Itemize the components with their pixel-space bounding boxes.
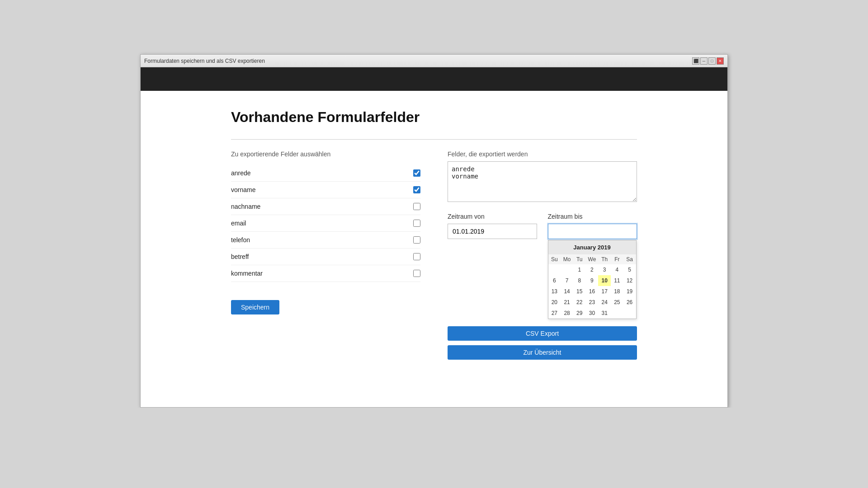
- window-title: Formulardaten speichern und als CSV expo…: [144, 58, 265, 64]
- field-row-anrede: anrede: [231, 165, 420, 182]
- checkbox-anrede[interactable]: [413, 169, 420, 177]
- field-row-kommentar: kommentar: [231, 265, 420, 282]
- calendar-day[interactable]: 1: [573, 264, 586, 275]
- calendar-day[interactable]: 7: [561, 275, 573, 286]
- checkbox-kommentar[interactable]: [413, 270, 420, 277]
- field-label-vorname: vorname: [231, 186, 255, 193]
- calendar-day[interactable]: 24: [598, 297, 611, 308]
- calendar-day[interactable]: 23: [586, 297, 599, 308]
- calendar-day[interactable]: 3: [598, 264, 611, 275]
- checkbox-nachname[interactable]: [413, 203, 420, 210]
- top-navigation-bar: [141, 67, 727, 91]
- left-panel: Zu exportierende Felder auswählen anrede…: [231, 150, 420, 314]
- calendar-day[interactable]: 30: [586, 308, 599, 319]
- calendar-week-row: 12345: [548, 264, 636, 275]
- export-label: Felder, die exportiert werden: [448, 150, 637, 158]
- window-maximize-btn[interactable]: □: [708, 57, 716, 65]
- export-wrapper: Felder, die exportiert werden anrede vor…: [448, 150, 637, 360]
- weekday-tu: Tu: [573, 254, 586, 264]
- field-row-email: email: [231, 215, 420, 232]
- window-minimize-btn[interactable]: ─: [700, 57, 708, 65]
- checkbox-telefon[interactable]: [413, 236, 420, 244]
- calendar-day[interactable]: 6: [548, 275, 561, 286]
- checkbox-vorname[interactable]: [413, 186, 420, 193]
- main-content: Vorhandene Formularfelder Zu exportieren…: [141, 91, 727, 407]
- calendar-day[interactable]: 9: [586, 275, 599, 286]
- window-close-btn[interactable]: ✕: [717, 57, 724, 65]
- weekday-fr: Fr: [611, 254, 623, 264]
- zeitraum-von-label: Zeitraum von: [448, 213, 537, 220]
- titlebar: Formulardaten speichern und als CSV expo…: [141, 55, 727, 67]
- calendar-day[interactable]: 13: [548, 286, 561, 297]
- export-textarea[interactable]: anrede vorname: [448, 161, 637, 202]
- calendar-empty-day: [561, 264, 573, 275]
- calendar-day[interactable]: 22: [573, 297, 586, 308]
- calendar-empty-day: [548, 264, 561, 275]
- checkbox-betreff[interactable]: [413, 253, 420, 260]
- calendar-day[interactable]: 14: [561, 286, 573, 297]
- calendar-day[interactable]: 11: [611, 275, 623, 286]
- zeitraum-von-group: Zeitraum von: [448, 213, 537, 239]
- calendar-day[interactable]: 12: [623, 275, 636, 286]
- calendar-day[interactable]: 25: [611, 297, 623, 308]
- field-row-nachname: nachname: [231, 198, 420, 215]
- calendar-day[interactable]: 20: [548, 297, 561, 308]
- weekday-sa: Sa: [623, 254, 636, 264]
- calendar-day[interactable]: 28: [561, 308, 573, 319]
- calendar-week-row: 6789101112: [548, 275, 636, 286]
- field-label-email: email: [231, 220, 246, 227]
- calendar-day[interactable]: 10: [598, 275, 611, 286]
- calendar-day[interactable]: 4: [611, 264, 623, 275]
- calendar-day[interactable]: 26: [623, 297, 636, 308]
- calendar-empty-day: [611, 308, 623, 319]
- calendar-day[interactable]: 27: [548, 308, 561, 319]
- window-icon-btn[interactable]: ⬛: [692, 57, 699, 65]
- weekday-su: Su: [548, 254, 561, 264]
- page-title: Vorhandene Formularfelder: [231, 109, 637, 126]
- calendar-day[interactable]: 19: [623, 286, 636, 297]
- zur-ubersicht-button[interactable]: Zur Übersicht: [448, 345, 637, 360]
- calendar-weekday-row: Su Mo Tu We Th Fr Sa: [548, 254, 636, 264]
- calendar-day[interactable]: 17: [598, 286, 611, 297]
- zeitraum-von-input[interactable]: [448, 224, 537, 239]
- calendar-empty-day: [623, 308, 636, 319]
- checkbox-email[interactable]: [413, 220, 420, 227]
- field-label-betreff: betreff: [231, 253, 249, 260]
- calendar-day[interactable]: 2: [586, 264, 599, 275]
- calendar-day[interactable]: 16: [586, 286, 599, 297]
- field-label-nachname: nachname: [231, 203, 260, 210]
- field-row-betreff: betreff: [231, 249, 420, 265]
- window-controls: ⬛ ─ □ ✕: [692, 57, 724, 65]
- calendar-popup: January 2019 Su Mo Tu We Th: [548, 240, 637, 319]
- field-label-telefon: telefon: [231, 236, 250, 244]
- action-buttons: CSV Export Zur Übersicht: [448, 326, 637, 360]
- weekday-th: Th: [598, 254, 611, 264]
- form-layout: Zu exportierende Felder auswählen anrede…: [231, 150, 637, 360]
- csv-export-button[interactable]: CSV Export: [448, 326, 637, 341]
- field-row-vorname: vorname: [231, 182, 420, 198]
- zeitraum-bis-input[interactable]: [548, 224, 637, 239]
- calendar-week-row: 13141516171819: [548, 286, 636, 297]
- date-range-row: Zeitraum von Zeitraum bis January 2019: [448, 213, 637, 319]
- field-label-anrede: anrede: [231, 169, 251, 177]
- calendar-day[interactable]: 31: [598, 308, 611, 319]
- fields-section-label: Zu exportierende Felder auswählen: [231, 150, 420, 158]
- calendar-day[interactable]: 29: [573, 308, 586, 319]
- app-window: Formulardaten speichern und als CSV expo…: [140, 54, 728, 408]
- calendar-day[interactable]: 18: [611, 286, 623, 297]
- weekday-mo: Mo: [561, 254, 573, 264]
- save-button[interactable]: Speichern: [231, 300, 279, 314]
- field-row-telefon: telefon: [231, 232, 420, 249]
- calendar-day[interactable]: 15: [573, 286, 586, 297]
- calendar-day[interactable]: 21: [561, 297, 573, 308]
- right-panel: Felder, die exportiert werden anrede vor…: [448, 150, 637, 360]
- calendar-week-row: 2728293031: [548, 308, 636, 319]
- divider: [231, 139, 637, 140]
- calendar-day[interactable]: 8: [573, 275, 586, 286]
- zeitraum-bis-group: Zeitraum bis January 2019 Su Mo: [548, 213, 637, 319]
- zeitraum-bis-label: Zeitraum bis: [548, 213, 637, 220]
- calendar-day[interactable]: 5: [623, 264, 636, 275]
- calendar-header: January 2019: [548, 240, 636, 254]
- calendar-grid: Su Mo Tu We Th Fr Sa: [548, 254, 636, 319]
- save-row: Speichern: [231, 300, 420, 314]
